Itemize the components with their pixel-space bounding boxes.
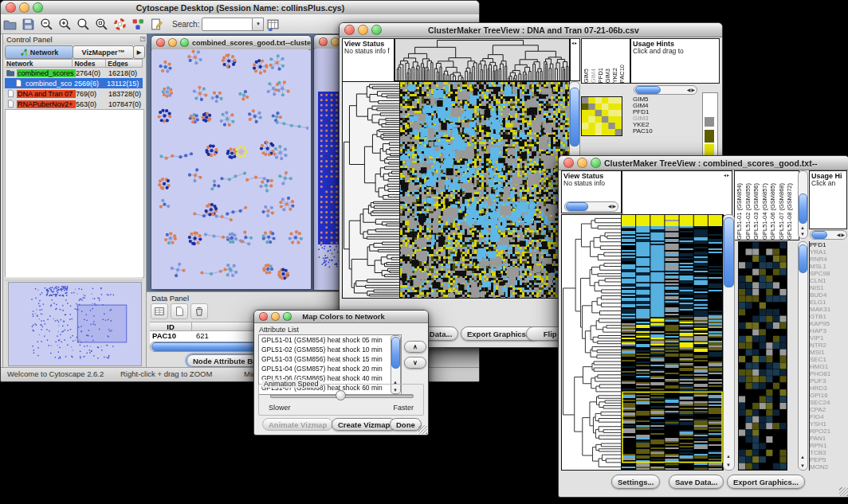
gene-label[interactable]: RNR4 <box>810 256 848 263</box>
gene-label[interactable]: YRA1 <box>810 248 848 256</box>
heatmap-canvas[interactable] <box>399 81 570 299</box>
dialog-title-bar[interactable]: Map Colors to Network <box>254 311 428 323</box>
create-vizmap-button[interactable]: Create Vizmap <box>332 418 396 431</box>
scrollbar-thumb[interactable] <box>724 217 734 287</box>
gene-label[interactable]: PFD1 <box>810 241 848 248</box>
attribute-list-item[interactable]: GPL51-01 (GSM854) heat shock 05 min <box>259 335 401 345</box>
close-icon[interactable] <box>563 158 574 168</box>
scrollbar-thumb[interactable] <box>570 88 579 147</box>
scroll-arrows-icon[interactable]: ◀▶ <box>608 204 617 209</box>
settings-button[interactable]: Settings... <box>611 475 660 489</box>
gene-label[interactable]: GTB1 <box>810 313 848 320</box>
network-view-title-bar[interactable]: combined_scores_good.txt--cluste... <box>151 36 311 50</box>
resize-grip[interactable] <box>839 487 848 496</box>
column-label[interactable]: PFD1 <box>598 68 605 83</box>
data-column-header[interactable]: ID <box>150 322 192 331</box>
zoom-matrix-canvas[interactable] <box>581 96 622 136</box>
gene-label[interactable]: MSL1 <box>810 263 848 270</box>
delete-attr-icon[interactable] <box>190 303 208 319</box>
gene-label[interactable]: PAN1 <box>810 435 848 442</box>
heatmap-canvas[interactable] <box>621 214 724 471</box>
zoom-window-icon[interactable] <box>33 2 43 13</box>
export-graphics-button[interactable]: Export Graphics... <box>727 475 805 489</box>
zoom-in-icon[interactable] <box>56 16 74 33</box>
close-icon[interactable] <box>6 2 16 13</box>
column-label[interactable]: PAC10 <box>619 64 626 83</box>
gene-label[interactable]: BUD4 <box>810 291 848 299</box>
column-label[interactable]: GPL51-04 (GSM857) <box>762 183 771 240</box>
tab-overflow-icon[interactable]: ▶ <box>133 45 145 59</box>
column-label[interactable]: GPL51-06 (GSM865) <box>770 183 779 240</box>
gene-label[interactable]: MAK31 <box>810 306 848 313</box>
tab-network[interactable]: Network <box>5 45 73 59</box>
zoom-selected-icon[interactable] <box>92 16 111 33</box>
gene-label[interactable]: PEP5 <box>810 456 848 463</box>
scrollbar-thumb[interactable] <box>799 244 807 273</box>
close-icon[interactable] <box>319 37 328 46</box>
attribute-list-item[interactable]: GPL51-04 (GSM857) heat shock 20 min <box>259 364 401 373</box>
import-table-icon[interactable] <box>264 16 282 33</box>
main-title-bar[interactable]: Cytoscape Desktop (Session Name: collins… <box>1 1 479 15</box>
scroll-arrows-icon[interactable]: ◂▸ <box>571 41 578 45</box>
move-down-button[interactable]: ∨ <box>404 357 426 369</box>
save-icon[interactable] <box>19 16 37 33</box>
gene-label[interactable]: SPC98 <box>810 270 848 277</box>
column-header-nodes[interactable]: Nodes <box>73 59 106 68</box>
gene-label[interactable]: YSH1 <box>810 420 848 428</box>
gene-label[interactable]: SEC24 <box>810 399 848 406</box>
done-button[interactable]: Done <box>390 418 422 431</box>
minimize-icon[interactable] <box>271 312 280 321</box>
zoom-window-icon[interactable] <box>180 38 189 47</box>
network-tree-row[interactable]: combined_scores2764(0)16218(0) <box>5 68 143 78</box>
minimize-icon[interactable] <box>358 25 368 35</box>
scroll-arrows-icon[interactable]: ◀▶ <box>837 232 846 237</box>
open-folder-icon[interactable] <box>1 16 19 33</box>
minimize-icon[interactable] <box>168 38 177 47</box>
vizmapper-icon[interactable] <box>129 16 147 33</box>
move-up-button[interactable]: ∧ <box>404 341 426 353</box>
close-icon[interactable] <box>259 312 268 321</box>
minimize-icon[interactable] <box>19 2 29 13</box>
column-header-network[interactable]: Network <box>5 59 73 68</box>
treeview1-title-bar[interactable]: ClusterMaker TreeView : DNA and Tran 07-… <box>340 23 722 37</box>
panel-splitter[interactable] <box>5 277 143 281</box>
gene-label[interactable]: GPI16 <box>810 392 848 399</box>
scrollbar-thumb[interactable] <box>811 231 827 239</box>
network-view-window[interactable]: combined_scores_good.txt--cluste... <box>151 35 312 290</box>
gene-label[interactable]: FIG4 <box>810 413 848 420</box>
gene-label[interactable]: ELG1 <box>810 299 848 306</box>
gene-label[interactable]: PHO81 <box>810 370 848 377</box>
heatmap-vscrollbar[interactable]: ▲ ▼ <box>723 214 735 471</box>
gene-label[interactable]: SEC1 <box>810 356 848 363</box>
usage-hints-hscrollbar[interactable]: ◀▶ <box>810 230 847 240</box>
network-tree-row[interactable]: combined_sco2569(6)13112(15) <box>5 78 143 88</box>
zoom-window-icon[interactable] <box>371 25 382 35</box>
scrollbar-thumb[interactable] <box>566 202 588 211</box>
gene-label[interactable]: MSI1 <box>810 349 848 356</box>
scroll-down-icon[interactable]: ▼ <box>800 463 806 468</box>
annotation-icon[interactable] <box>147 16 166 33</box>
scrollbar-thumb[interactable] <box>799 193 807 224</box>
column-header-edges[interactable]: Edges <box>106 59 143 68</box>
gene-label[interactable]: RPN1 <box>810 442 848 449</box>
row-dendrogram-canvas[interactable] <box>342 81 400 299</box>
help-icon[interactable] <box>111 16 129 33</box>
attribute-list-item[interactable]: GPL51-03 (GSM856) heat shock 15 min <box>259 354 401 364</box>
new-attr-icon[interactable] <box>171 303 188 319</box>
column-label[interactable]: GIM3 <box>605 68 612 83</box>
zoom-window-icon[interactable] <box>591 158 601 168</box>
column-labels-vscrollbar[interactable]: ▲ ▼ <box>798 170 808 239</box>
usage-hints-hscrollbar[interactable]: ◀▶ <box>634 85 697 95</box>
dendrogram-scroll-strip[interactable]: ◂▸ <box>570 38 580 81</box>
tab-vizmapper[interactable]: VizMapper™ <box>73 45 134 59</box>
gene-label[interactable]: TCB3 <box>810 449 848 456</box>
minimize-icon[interactable] <box>577 158 587 168</box>
network-tree-row[interactable]: DNA and Tran 07769(0)183728(0) <box>5 88 143 99</box>
network-tree-row[interactable]: RNAPuberNov2+563(0)107847(0) <box>5 99 143 109</box>
gene-label[interactable]: HRD3 <box>810 385 848 392</box>
gene-label[interactable]: VIP1 <box>810 334 848 342</box>
close-icon[interactable] <box>344 25 355 35</box>
gene-label[interactable]: KAP95 <box>810 320 848 327</box>
save-data-button[interactable]: Save Data... <box>669 475 724 489</box>
scrollbar-thumb[interactable] <box>635 86 661 94</box>
